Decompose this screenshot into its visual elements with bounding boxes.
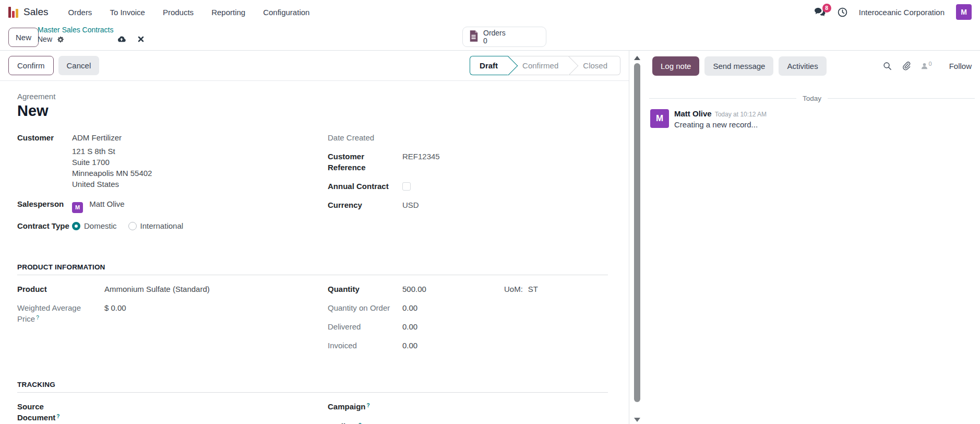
app-logo-icon[interactable] <box>8 6 18 18</box>
breadcrumb-parent-link[interactable]: Master Sales Contracts <box>38 26 144 34</box>
send-message-button[interactable]: Send message <box>704 56 773 76</box>
followers-count: 0 <box>929 61 932 67</box>
nav-item-orders[interactable]: Orders <box>68 8 92 17</box>
followers-icon[interactable]: 0 <box>921 62 932 70</box>
chatter-message: M Matt OliveToday at 10:12 AM Creating a… <box>650 109 973 129</box>
statusbar-step-draft[interactable]: Draft <box>470 56 508 75</box>
smart-button-label: Orders <box>483 29 506 37</box>
campaign-label: Campaign? <box>328 401 402 412</box>
tracking-title: TRACKING <box>17 381 608 393</box>
product-field: Product Ammonium Sulfate (Standard) <box>17 284 328 295</box>
currency-label: Currency <box>328 199 402 210</box>
company-switcher[interactable]: Interoceanic Corporation <box>859 8 945 17</box>
delivered-field: Delivered 0.00 <box>328 321 608 332</box>
chatter-panel: Log note Send message Activities 0 Follo… <box>645 51 980 424</box>
main-area: Confirm Cancel Draft Confirmed Closed Ag… <box>0 50 980 424</box>
contract-type-label: Contract Type <box>17 220 72 231</box>
salesperson-field: Salesperson M Matt Olive <box>17 198 328 213</box>
customer-reference-label: Customer Reference <box>328 151 402 173</box>
invoiced-value: 0.00 <box>402 340 417 351</box>
scroll-down-arrow-icon[interactable] <box>634 418 640 422</box>
top-navbar: Sales Orders To Invoice Products Reporti… <box>0 0 980 24</box>
save-cloud-icon[interactable] <box>116 36 126 43</box>
activities-clock-icon[interactable] <box>838 7 847 17</box>
messages-icon[interactable]: 8 <box>814 7 826 17</box>
delivered-value: 0.00 <box>402 321 417 332</box>
date-created-label: Date Created <box>328 132 402 143</box>
annual-contract-field: Annual Contract <box>328 181 608 192</box>
help-icon: ? <box>36 315 39 321</box>
product-label: Product <box>17 284 104 295</box>
help-icon: ? <box>367 403 370 408</box>
attachments-paperclip-icon[interactable] <box>902 62 911 70</box>
follow-button[interactable]: Follow <box>949 62 972 70</box>
salesperson-value[interactable]: Matt Olive <box>89 199 125 208</box>
record-title[interactable]: New <box>17 102 608 120</box>
radio-international[interactable] <box>128 222 137 230</box>
product-value[interactable]: Ammonium Sulfate (Standard) <box>104 284 210 295</box>
radio-international-label[interactable]: International <box>140 221 184 230</box>
breadcrumb-current: New <box>38 35 52 43</box>
customer-value[interactable]: ADM Fertilizer <box>72 132 152 143</box>
breadcrumb-bar: New Master Sales Contracts New <box>0 24 980 50</box>
message-body: Creating a new record... <box>674 120 767 129</box>
date-divider: Today <box>649 95 975 102</box>
form-panel: Confirm Cancel Draft Confirmed Closed Ag… <box>0 51 629 424</box>
nav-item-to-invoice[interactable]: To Invoice <box>110 8 145 17</box>
breadcrumb: Master Sales Contracts New <box>38 26 144 43</box>
nav-item-reporting[interactable]: Reporting <box>211 8 245 17</box>
delivered-label: Delivered <box>328 321 402 332</box>
date-created-field: Date Created <box>328 132 608 143</box>
source-document-label: Source Document? <box>17 401 72 423</box>
medium-field[interactable]: Medium? <box>328 421 608 424</box>
scrollbar-thumb[interactable] <box>634 63 640 402</box>
nav-item-products[interactable]: Products <box>163 8 194 17</box>
customer-reference-value[interactable]: REF12345 <box>402 151 440 173</box>
annual-contract-checkbox[interactable] <box>402 182 411 191</box>
tracking-section: TRACKING Source Document? Opportunity? <box>17 381 608 424</box>
orders-smart-button[interactable]: Orders 0 <box>462 27 546 47</box>
weighted-average-price-value: $ 0.00 <box>104 302 126 324</box>
radio-domestic[interactable] <box>72 222 80 230</box>
nav-item-configuration[interactable]: Configuration <box>263 8 309 17</box>
user-avatar[interactable]: M <box>956 4 972 20</box>
help-icon: ? <box>56 414 59 419</box>
form-scrollbar <box>629 51 645 424</box>
source-document-field[interactable]: Source Document? <box>17 401 328 423</box>
message-avatar: M <box>650 109 669 128</box>
confirm-button[interactable]: Confirm <box>8 56 54 75</box>
message-author[interactable]: Matt Olive <box>674 109 712 118</box>
quantity-label: Quantity <box>328 284 402 295</box>
form-control-bar: Confirm Cancel Draft Confirmed Closed <box>0 51 629 81</box>
campaign-field[interactable]: Campaign? <box>328 401 608 412</box>
salesperson-label: Salesperson <box>17 198 72 213</box>
currency-value: USD <box>402 199 419 210</box>
product-information-section: PRODUCT INFORMATION Product Ammonium Sul… <box>17 263 608 359</box>
log-note-button[interactable]: Log note <box>652 56 699 76</box>
chatter-control-bar: Log note Send message Activities 0 Follo… <box>645 51 980 81</box>
radio-domestic-label[interactable]: Domestic <box>84 221 117 230</box>
annual-contract-label: Annual Contract <box>328 181 402 192</box>
notification-badge: 8 <box>822 4 831 13</box>
nav-menu: Orders To Invoice Products Reporting Con… <box>68 8 310 17</box>
activities-button[interactable]: Activities <box>779 56 826 76</box>
chatter-thread: Today M Matt OliveToday at 10:12 AM Crea… <box>645 81 980 129</box>
customer-label: Customer <box>17 132 72 190</box>
cancel-button[interactable]: Cancel <box>58 56 100 75</box>
discard-x-icon[interactable] <box>138 36 144 42</box>
search-messages-icon[interactable] <box>883 62 892 70</box>
customer-address: 121 S 8th St Suite 1700 Minneapolis MN 5… <box>72 146 152 190</box>
weighted-average-price-field: Weighted Average Price? $ 0.00 <box>17 302 328 324</box>
currency-field: Currency USD <box>328 199 608 210</box>
salesperson-avatar: M <box>72 202 83 213</box>
quantity-value[interactable]: 500.00 <box>402 284 504 295</box>
uom-value[interactable]: ST <box>528 285 538 293</box>
invoiced-label: Invoiced <box>328 340 402 351</box>
weighted-average-price-label: Weighted Average Price? <box>17 302 85 324</box>
statusbar: Draft Confirmed Closed <box>470 56 620 75</box>
scroll-up-arrow-icon[interactable] <box>634 56 640 60</box>
app-name[interactable]: Sales <box>23 6 49 18</box>
gear-icon[interactable] <box>56 36 64 43</box>
new-record-button[interactable]: New <box>8 28 39 47</box>
quantity-on-order-field: Quantity on Order 0.00 <box>328 302 608 313</box>
